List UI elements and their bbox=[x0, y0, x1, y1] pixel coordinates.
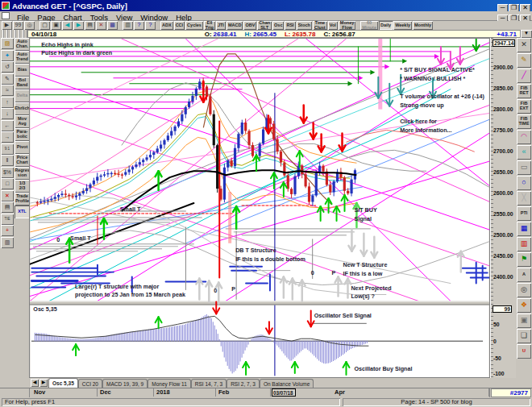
sidebar-icon-[interactable]: ↺ bbox=[1, 61, 14, 73]
toolbar-study-jti[interactable]: JTI bbox=[216, 21, 226, 30]
tab-scroll-left[interactable]: ◀ bbox=[31, 379, 39, 387]
right-tool-u[interactable]: U bbox=[517, 344, 531, 359]
tab-cci-20[interactable]: CCI 20 bbox=[78, 379, 102, 388]
toolbar-icon-[interactable]: ▥ bbox=[123, 21, 133, 30]
right-tool-[interactable]: ❏ bbox=[517, 329, 531, 343]
sidebar-tool-xtl[interactable]: XTL bbox=[15, 206, 30, 218]
toolbar-icon-[interactable]: ▩ bbox=[107, 21, 118, 30]
toolbar-icon-[interactable]: ▶ bbox=[2, 21, 12, 30]
toolbar-study-adx[interactable]: ADX bbox=[160, 21, 173, 30]
tab-macd-19-39-9[interactable]: MACD 19, 39, 9 bbox=[102, 379, 148, 388]
right-tool-pti[interactable]: PTI bbox=[517, 206, 531, 221]
toolbar-study-vol[interactable]: Vol bbox=[328, 21, 338, 30]
sidebar-icon-[interactable]: ≈ bbox=[1, 85, 14, 96]
menu-file[interactable]: File bbox=[13, 13, 33, 22]
toolbar-icon-99[interactable]: 99 bbox=[13, 21, 23, 30]
toolbar-study-money-flow[interactable]: MoneyFlow bbox=[339, 21, 355, 30]
toolbar-icon-[interactable]: ▢ bbox=[39, 21, 50, 30]
sidebar-icon-[interactable]: ‖ bbox=[1, 155, 14, 166]
sidebar-icon-tie[interactable]: TIE bbox=[1, 214, 14, 225]
toolbar-icon-[interactable]: ▤ bbox=[85, 21, 95, 30]
menu-view[interactable]: View bbox=[112, 13, 136, 22]
right-tool-[interactable]: ⚑ bbox=[517, 252, 531, 267]
sidebar-icon-[interactable]: ← bbox=[1, 120, 14, 131]
sidebar-icon-[interactable]: ▤ bbox=[1, 201, 14, 213]
menu-window[interactable]: Window bbox=[136, 13, 172, 22]
sidebar-tool-regres-sion[interactable]: Regression bbox=[15, 167, 30, 180]
right-tool-[interactable]: ○ bbox=[517, 176, 531, 190]
chart-canvas[interactable]: Echo Highs in pinkPulse Highs in dark gr… bbox=[29, 38, 490, 378]
toolbar-study-obv[interactable]: OBV bbox=[243, 21, 256, 30]
sidebar-tool-auto-chan[interactable]: AutoChan. bbox=[15, 38, 30, 51]
chart-window-icon[interactable] bbox=[2, 12, 10, 19]
tab-rsi-14-7-3[interactable]: RSI 14, 7, 3 bbox=[191, 379, 227, 388]
right-tool-[interactable]: ╱ bbox=[517, 69, 531, 83]
toolbar-study-stoch[interactable]: Stoch bbox=[297, 21, 312, 30]
toolbar-study-macd[interactable]: MACD bbox=[227, 21, 243, 30]
toolbar-timeframe-monthly[interactable]: Monthly bbox=[413, 21, 433, 30]
sidebar-icon-9-1[interactable]: 9:1 bbox=[1, 143, 14, 155]
right-tool-[interactable]: « bbox=[517, 145, 531, 160]
toolbar-icon-[interactable]: ▶ bbox=[73, 21, 84, 30]
toolbar-timeframe-weekly[interactable]: Weekly bbox=[393, 21, 412, 30]
menu-help[interactable]: Help bbox=[172, 13, 196, 22]
sidebar-tool-1-3-2-3[interactable]: 1/32/3 bbox=[15, 180, 30, 193]
sidebar-icon-[interactable]: ▨ bbox=[1, 38, 14, 49]
tab-scroll-right[interactable]: ▶ bbox=[39, 379, 48, 387]
tab-osc-5-35[interactable]: Osc 5,35 bbox=[48, 378, 78, 388]
tab-on-balance-volume[interactable]: On Balance Volume bbox=[260, 379, 314, 388]
sidebar-icon-[interactable]: $% bbox=[1, 167, 14, 178]
sidebar-icon-[interactable]: → bbox=[1, 131, 14, 143]
sidebar-icon-[interactable]: ↑ bbox=[1, 97, 14, 108]
toolbar-icon-[interactable]: ◀ bbox=[62, 21, 73, 30]
toolbar-study-cycles[interactable]: Cycles bbox=[185, 21, 203, 30]
right-tool-[interactable]: ▥ bbox=[517, 237, 531, 251]
right-tool-fib-time[interactable]: FIBTIME bbox=[517, 114, 531, 129]
right-tool-fib-ext[interactable]: FIBEXT bbox=[517, 99, 531, 114]
sidebar-icon-[interactable]: ↓ bbox=[1, 108, 14, 119]
menu-tools[interactable]: Tools bbox=[86, 13, 112, 22]
sidebar-tool-bias[interactable]: Bias bbox=[15, 64, 30, 77]
toolbar-study-ell-trig[interactable]: EllTrig bbox=[204, 21, 215, 30]
sidebar-icon-[interactable]: + bbox=[1, 225, 14, 236]
toolbar-icon-[interactable]: ✕ bbox=[96, 21, 106, 30]
sidebar-icon-[interactable]: □ bbox=[1, 178, 14, 189]
sidebar-tool-trade-profile[interactable]: TradeProfile bbox=[15, 193, 30, 206]
toolbar-study-cci[interactable]: CCI bbox=[174, 21, 185, 30]
right-tool-[interactable]: ◠ bbox=[517, 130, 531, 144]
right-tool-[interactable]: ▣ bbox=[517, 314, 531, 328]
sidebar-icon-[interactable]: ✦ bbox=[1, 50, 14, 61]
toolbar-study-chan-slt[interactable]: ChanSLT bbox=[257, 21, 272, 30]
toolbar-timeframe-daily[interactable]: Daily bbox=[379, 21, 393, 30]
sidebar-tool-bol-band[interactable]: BolBand bbox=[15, 77, 30, 89]
right-tool-[interactable]: ❖ bbox=[517, 298, 531, 313]
sidebar-icon-[interactable]: ▥ bbox=[1, 237, 14, 248]
right-tool-a[interactable]: A bbox=[517, 268, 531, 282]
menu-page[interactable]: Page bbox=[33, 13, 59, 22]
sidebar-tool-auto-trend[interactable]: AutoTrend bbox=[15, 51, 30, 64]
sidebar-tool-para-bolic[interactable]: Para-bolic bbox=[15, 128, 30, 141]
right-tool-[interactable]: ╳ bbox=[517, 191, 531, 206]
right-tool-[interactable]: ✕ bbox=[517, 38, 531, 52]
right-tool-[interactable]: ▭ bbox=[517, 160, 531, 175]
menu-chart[interactable]: Chart bbox=[60, 13, 86, 22]
toolbar-study-osc[interactable]: Osc bbox=[272, 21, 284, 30]
toolbar-icon-[interactable]: ▣ bbox=[51, 21, 61, 30]
right-tool-[interactable]: ◎ bbox=[517, 283, 531, 297]
right-tool-[interactable]: ▦ bbox=[517, 222, 531, 236]
sidebar-tool-price-chart[interactable]: PriceChart bbox=[15, 154, 30, 167]
sidebar-tool-ehrlich[interactable]: Ehrlich bbox=[15, 102, 30, 115]
sidebar-icon-[interactable]: ✎ bbox=[1, 73, 14, 85]
symbol-dropdown-button[interactable]: ▼ bbox=[521, 30, 532, 38]
toolbar-study-time-clust[interactable]: TimeClust bbox=[313, 21, 327, 30]
right-tool-[interactable]: ✎ bbox=[517, 53, 531, 68]
tab-money-flow-11[interactable]: Money Flow 11 bbox=[148, 379, 191, 388]
toolbar-icon-[interactable]: ◎ bbox=[24, 21, 35, 30]
toolbar-icon-[interactable]: ? bbox=[145, 21, 156, 30]
sidebar-icon-[interactable]: ✕ bbox=[1, 190, 14, 201]
toolbar-icon-[interactable]: ? bbox=[134, 21, 144, 30]
sidebar-tool-pivot[interactable]: Pivot bbox=[15, 141, 30, 154]
toolbar-study-rsi[interactable]: RSI bbox=[285, 21, 295, 30]
tab-rsi-2-7-3[interactable]: RSI 2, 7, 3 bbox=[227, 379, 260, 388]
sidebar-tool-mov-avg[interactable]: MovAvg bbox=[15, 115, 30, 128]
